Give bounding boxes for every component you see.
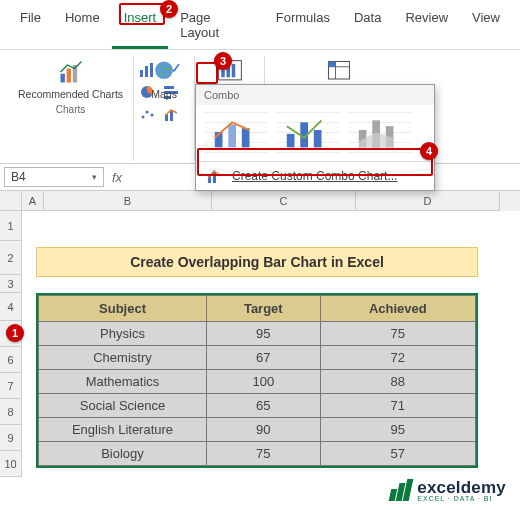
col-header[interactable]: C bbox=[212, 191, 356, 211]
exceldemy-logo: exceldemy EXCEL · DATA · BI bbox=[391, 478, 506, 502]
table-header: Achieved bbox=[320, 296, 475, 322]
name-box[interactable]: B4 ▾ bbox=[4, 167, 104, 187]
combo-stacked-area[interactable] bbox=[348, 111, 412, 155]
annotation-marker: 4 bbox=[420, 142, 438, 160]
chart-icon bbox=[57, 58, 85, 86]
charts-group-label: Charts bbox=[56, 104, 85, 115]
table-row: English Literature9095 bbox=[39, 418, 476, 442]
row-header[interactable]: 4 bbox=[0, 293, 22, 321]
col-header[interactable]: D bbox=[356, 191, 500, 211]
recommended-charts-label: Recommended Charts bbox=[18, 88, 123, 100]
svg-rect-1 bbox=[66, 69, 70, 83]
col-header[interactable]: B bbox=[44, 191, 212, 211]
maps-label: Maps bbox=[151, 88, 177, 100]
table-row: Social Science6571 bbox=[39, 394, 476, 418]
svg-rect-23 bbox=[328, 62, 335, 67]
data-table[interactable]: Subject Target Achieved Physics9575 Chem… bbox=[36, 293, 478, 468]
tab-formulas[interactable]: Formulas bbox=[264, 6, 342, 49]
svg-rect-31 bbox=[242, 128, 250, 147]
tab-home[interactable]: Home bbox=[53, 6, 112, 49]
tab-data[interactable]: Data bbox=[342, 6, 393, 49]
row-header[interactable]: 3 bbox=[0, 275, 22, 293]
combo-icon bbox=[206, 168, 224, 184]
select-all-corner[interactable] bbox=[0, 191, 22, 211]
globe-icon bbox=[150, 58, 178, 86]
name-box-value: B4 bbox=[11, 170, 26, 184]
combo-clustered-secondary[interactable] bbox=[276, 111, 340, 155]
table-header: Subject bbox=[39, 296, 207, 322]
col-header[interactable]: A bbox=[22, 191, 44, 211]
create-custom-combo-chart-menu[interactable]: Create Custom Combo Chart... bbox=[196, 161, 434, 190]
svg-rect-30 bbox=[228, 124, 236, 147]
svg-rect-32 bbox=[287, 134, 295, 148]
worksheet: 1 2 3 4 5 6 7 8 9 10 A B C D Create Over… bbox=[0, 191, 520, 477]
table-row: Biology7557 bbox=[39, 442, 476, 466]
row-header[interactable]: 1 bbox=[0, 211, 22, 241]
svg-rect-40 bbox=[213, 172, 216, 183]
table-header: Target bbox=[207, 296, 321, 322]
ribbon-tabs: File Home Insert Page Layout Formulas Da… bbox=[0, 0, 520, 50]
row-header[interactable]: 2 bbox=[0, 241, 22, 275]
title-banner: Create Overlapping Bar Chart in Excel bbox=[36, 247, 478, 277]
tab-view[interactable]: View bbox=[460, 6, 512, 49]
tab-review[interactable]: Review bbox=[393, 6, 460, 49]
fx-icon[interactable]: fx bbox=[104, 170, 130, 185]
combo-chart-popup: Combo Create Custom Combo Chart... bbox=[195, 84, 435, 191]
pivottable-icon bbox=[325, 58, 353, 86]
recommended-charts-button[interactable]: Recommended Charts bbox=[14, 56, 127, 102]
svg-rect-34 bbox=[314, 130, 322, 147]
svg-rect-17 bbox=[221, 70, 225, 77]
annotation-marker: 1 bbox=[6, 324, 24, 342]
table-row: Mathematics10088 bbox=[39, 370, 476, 394]
row-header[interactable]: 8 bbox=[0, 399, 22, 425]
svg-rect-0 bbox=[60, 74, 64, 83]
svg-point-15 bbox=[155, 62, 173, 80]
row-header[interactable]: 10 bbox=[0, 451, 22, 477]
svg-rect-19 bbox=[231, 64, 235, 77]
row-header[interactable]: 6 bbox=[0, 347, 22, 373]
chevron-down-icon: ▾ bbox=[92, 172, 97, 182]
table-row: Physics9575 bbox=[39, 322, 476, 346]
row-header[interactable]: 7 bbox=[0, 373, 22, 399]
maps-button[interactable]: Maps bbox=[140, 56, 188, 102]
tab-page-layout[interactable]: Page Layout bbox=[168, 6, 264, 49]
row-header[interactable]: 9 bbox=[0, 425, 22, 451]
create-custom-combo-label: Create Custom Combo Chart... bbox=[232, 169, 397, 183]
tab-insert[interactable]: Insert bbox=[112, 6, 169, 49]
annotation-marker: 2 bbox=[160, 0, 178, 18]
tab-file[interactable]: File bbox=[8, 6, 53, 49]
popup-title: Combo bbox=[196, 85, 434, 105]
annotation-marker: 3 bbox=[214, 52, 232, 70]
logo-mark-icon bbox=[389, 479, 414, 501]
table-row: Chemistry6772 bbox=[39, 346, 476, 370]
combo-clustered-line[interactable] bbox=[204, 111, 268, 155]
